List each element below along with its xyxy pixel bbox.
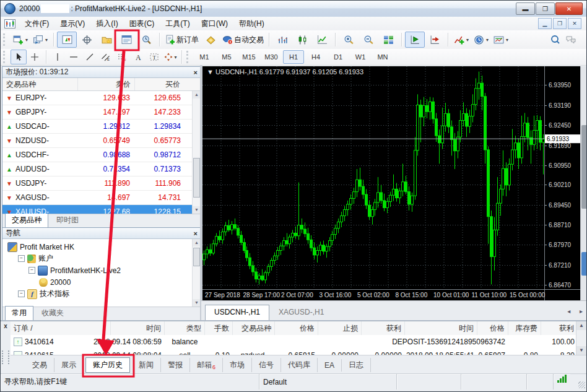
terminal-column-7[interactable]: 获利 (362, 321, 405, 335)
market-row[interactable]: ▲USDCHF-0.986880.98712 (2, 148, 201, 162)
equidistant-channel-button[interactable]: E (98, 50, 114, 64)
tile-windows-button[interactable] (378, 32, 398, 48)
market-row[interactable]: ▼EURJPY-129.633129.655 (2, 91, 201, 105)
chart-system-icon[interactable] (4, 19, 15, 28)
expander-icon[interactable]: − (18, 255, 25, 262)
timeframe-d1[interactable]: D1 (328, 50, 349, 64)
fibonacci-button[interactable]: F (114, 50, 130, 64)
toolbar-grip[interactable] (186, 51, 191, 63)
periods-button[interactable]: ▾ (471, 32, 491, 48)
market-row[interactable]: ▼XAUUSD-1227.681228.15 (2, 205, 201, 214)
terminal-tab-10[interactable]: 日志 (342, 358, 371, 372)
tree-item-1[interactable]: −账户 (2, 253, 201, 264)
scroll-up-icon[interactable]: ▲ (576, 321, 586, 330)
text-label-button[interactable]: T (146, 50, 162, 64)
toolbar-strategy-tester-button[interactable] (136, 32, 156, 48)
chart-scrollbar[interactable] (580, 66, 587, 300)
market-row[interactable]: ▼GBPJPY-147.197147.233 (2, 105, 201, 120)
terminal-tab-8[interactable]: 代码库 (281, 358, 318, 372)
mdi-restore-icon[interactable]: ❐ (553, 18, 567, 29)
terminal-column-4[interactable]: 交易品种 (233, 321, 275, 335)
column-bid[interactable]: 卖价 (78, 78, 135, 90)
menu-item-3[interactable]: 图表(C) (124, 17, 160, 30)
maximize-icon[interactable]: ❐ (536, 2, 555, 15)
scrollbar-thumb[interactable] (193, 158, 200, 198)
terminal-tab-9[interactable]: EA (318, 359, 342, 372)
templates-button[interactable]: ▾ (491, 32, 511, 48)
terminal-column-10[interactable]: 库存费 (508, 321, 541, 335)
menu-item-4[interactable]: 工具(T) (160, 17, 195, 30)
terminal-tab-3[interactable]: 新闻 (132, 358, 161, 372)
close-icon[interactable]: × (194, 69, 198, 76)
navigator-tab-1[interactable]: 收藏夹 (35, 306, 71, 321)
trendline-button[interactable] (82, 50, 98, 64)
menu-item-1[interactable]: 显示(V) (54, 17, 90, 30)
terminal-scrollbar[interactable]: ▲ ▼ (576, 321, 586, 355)
terminal-column-2[interactable]: 类型 (165, 321, 205, 335)
close-icon[interactable]: ✕ (555, 2, 583, 15)
history-row[interactable]: ↑34106142018.09.14 08:06:59balanceDEPOSI… (11, 335, 578, 349)
chart-tab-0[interactable]: USDCNH-,H1 (205, 305, 269, 321)
chart-shift-button[interactable] (425, 32, 445, 48)
toolbar-navigator-button[interactable] (97, 32, 116, 48)
toolbar-market-watch-button[interactable] (57, 32, 77, 48)
timeframe-m15[interactable]: M15 (238, 50, 259, 64)
tree-item-3[interactable]: 20000 (2, 276, 201, 288)
menu-item-6[interactable]: 帮助(H) (233, 17, 270, 30)
terminal-tab-1[interactable]: 展示 (54, 358, 84, 372)
toolbar-grip[interactable] (3, 33, 8, 46)
terminal-tab-0[interactable]: 交易 (25, 358, 54, 372)
menu-item-0[interactable]: 文件(F) (19, 17, 54, 30)
resize-grip[interactable] (570, 374, 586, 390)
autotrading-button[interactable]: 自动交易 (220, 32, 266, 48)
navigator-tab-0[interactable]: 常用 (5, 306, 33, 321)
terminal-column-9[interactable]: 价格 (477, 321, 508, 335)
market-row[interactable]: ▲USDCAD-1.298121.29834 (2, 120, 201, 134)
zoom-out-button[interactable] (359, 32, 378, 48)
market-row[interactable]: ▼XAGUSD-14.69714.731 (2, 191, 201, 205)
market-watch-scrollbar[interactable]: ▲ ▼ (192, 91, 201, 214)
timeframe-mn[interactable]: MN (372, 50, 393, 64)
expander-icon[interactable]: − (28, 267, 35, 274)
timeframe-m5[interactable]: M5 (216, 50, 237, 64)
mdi-close-icon[interactable]: ✕ (568, 18, 581, 29)
timeframe-w1[interactable]: W1 (350, 50, 371, 64)
auto-scroll-button[interactable] (405, 32, 425, 48)
toolbar-terminal-button[interactable] (116, 32, 136, 48)
profiles-button[interactable]: ▾ (30, 32, 50, 48)
toolbar-grip[interactable] (3, 51, 8, 63)
scrollbar-thumb[interactable] (581, 125, 587, 209)
bar-chart-button[interactable] (272, 32, 292, 48)
terminal-column-8[interactable]: 时间 (405, 321, 477, 335)
tab-scroll-arrows-icon[interactable]: ◂ ▸ (567, 308, 586, 315)
chat-icon[interactable] (565, 35, 576, 45)
terminal-column-5[interactable]: 价格 (275, 321, 318, 335)
mdi-minimize-icon[interactable]: ▁ (538, 18, 552, 29)
menu-item-5[interactable]: 窗口(W) (196, 17, 233, 30)
close-icon[interactable]: × (194, 230, 198, 237)
menu-item-2[interactable]: 插入(I) (90, 17, 123, 30)
toolbar-data-window-button[interactable] (77, 32, 97, 48)
expander-icon[interactable]: − (18, 290, 25, 297)
terminal-column-1[interactable]: 时间 (111, 321, 165, 335)
terminal-column-6[interactable]: 止损 (318, 321, 362, 335)
timeframe-h1[interactable]: H1 (283, 50, 304, 64)
market-watch-tab-1[interactable]: 即时图 (50, 213, 85, 228)
chart-window[interactable]: 6.939506.931906.924506.916906.909506.902… (202, 66, 580, 300)
crosshair-button[interactable] (27, 50, 43, 64)
market-row[interactable]: ▲AUDUSD-0.713540.71373 (2, 162, 201, 176)
market-row[interactable]: ▼USDJPY-111.890111.906 (2, 176, 201, 191)
scroll-down-icon[interactable]: ▼ (576, 346, 586, 355)
status-profile[interactable]: Default (259, 374, 397, 390)
market-row[interactable]: ▼NZDUSD-0.657490.65773 (2, 134, 201, 148)
close-icon[interactable]: x (1, 323, 11, 329)
candlestick-chart-button[interactable] (292, 32, 312, 48)
terminal-tab-5[interactable]: 邮箱6 (190, 358, 223, 372)
indicators-button[interactable]: ▾ (451, 32, 471, 48)
timeframe-m1[interactable]: M1 (194, 50, 215, 64)
cursor-button[interactable] (11, 50, 27, 64)
arrows-button[interactable]: ▾ (162, 50, 178, 64)
terminal-column-3[interactable]: 手数 (205, 321, 233, 335)
tree-item-0[interactable]: Profit Market HK (2, 241, 201, 253)
history-row[interactable]: ▫34106152018.09.14 08:08:04sell0.10nzdus… (11, 349, 586, 355)
